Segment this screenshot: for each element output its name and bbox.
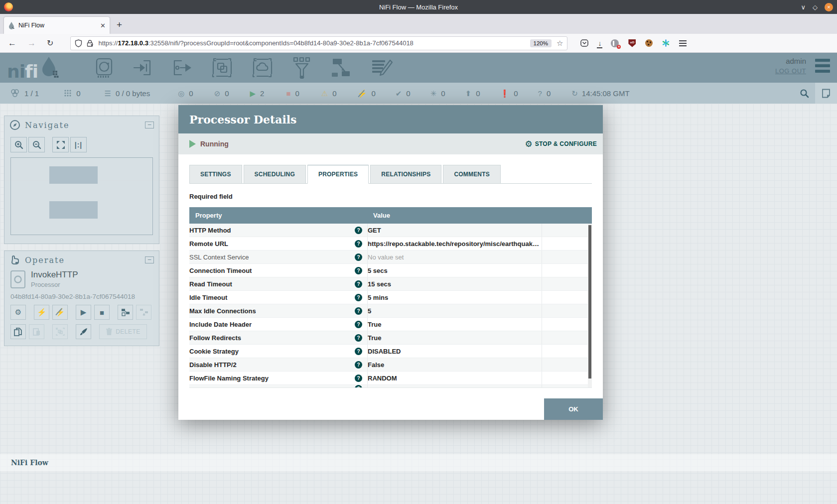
table-scrollbar[interactable]: [588, 224, 592, 387]
property-row[interactable]: HTTP Method?GET: [189, 224, 592, 237]
running-status-icon: [189, 140, 196, 148]
group-button[interactable]: [52, 324, 68, 339]
upload-template-button[interactable]: [136, 305, 151, 320]
process-group-component-icon[interactable]: [211, 57, 234, 79]
property-row[interactable]: SSL Context Service?No value set: [189, 251, 592, 264]
container-extension-icon[interactable]: [662, 39, 670, 47]
input-port-component-icon[interactable]: [132, 58, 153, 78]
property-name: Remote URL?: [189, 237, 367, 250]
new-tab-button[interactable]: +: [117, 19, 122, 30]
page-zoom-badge[interactable]: 120%: [530, 39, 552, 47]
property-row[interactable]: Cookie Strategy?DISABLED: [189, 345, 592, 358]
downloads-icon[interactable]: ↓: [598, 39, 601, 47]
configure-button[interactable]: ⚙: [10, 305, 26, 320]
running-icon: ▶: [250, 90, 256, 97]
property-value: https://repo.stackable.tech/repository/m…: [367, 237, 542, 250]
paste-button[interactable]: [29, 324, 44, 339]
bulletin-board-button[interactable]: [815, 83, 837, 104]
search-button[interactable]: [793, 83, 815, 104]
help-icon[interactable]: ?: [355, 227, 362, 234]
start-button[interactable]: ▶: [76, 305, 91, 320]
tab-properties[interactable]: PROPERTIES: [307, 165, 369, 184]
window-maximize-icon[interactable]: ◇: [813, 4, 818, 10]
zoom-out-button[interactable]: [28, 137, 45, 152]
ok-button[interactable]: OK: [544, 398, 603, 420]
back-icon[interactable]: ←: [8, 38, 16, 48]
property-row[interactable]: Remote URL?https://repo.stackable.tech/r…: [189, 237, 592, 251]
operate-collapse-button[interactable]: –: [145, 256, 154, 263]
property-row[interactable]: Follow Redirects?True: [189, 331, 592, 345]
property-row[interactable]: Read Timeout?15 secs: [189, 277, 592, 291]
reload-icon[interactable]: ↻: [47, 38, 53, 48]
table-scrollbar-thumb[interactable]: [588, 225, 591, 378]
fill-color-button[interactable]: [76, 324, 91, 339]
tab-settings[interactable]: SETTINGS: [189, 165, 242, 184]
browser-tab[interactable]: NiFi Flow ✕: [4, 17, 110, 34]
property-row[interactable]: Max Idle Connections?5: [189, 304, 592, 318]
bookmark-star-icon[interactable]: ☆: [557, 39, 563, 48]
threads-icon: [64, 89, 72, 97]
help-icon[interactable]: ?: [355, 361, 362, 369]
property-row[interactable]: Connection Timeout?5 secs: [189, 264, 592, 277]
birdseye-minimap[interactable]: [10, 157, 153, 235]
help-icon[interactable]: ?: [355, 294, 362, 301]
copy-button[interactable]: [10, 324, 26, 339]
invalid-status: ⚠ 0: [321, 89, 337, 98]
url-bar[interactable]: https://172.18.0.3:32558/nifi/?processGr…: [70, 36, 567, 50]
label-component-icon[interactable]: [370, 57, 393, 78]
help-icon[interactable]: ?: [355, 348, 362, 355]
help-icon[interactable]: ?: [355, 385, 362, 388]
navigate-collapse-button[interactable]: –: [145, 122, 154, 128]
breadcrumb[interactable]: NiFi Flow: [11, 459, 48, 467]
selected-component-id: 04b8fd14-80a9-30e2-8b1a-7cf067544018: [10, 293, 153, 300]
property-row[interactable]: Disable HTTP/2?False: [189, 358, 592, 372]
property-row[interactable]: ?: [189, 385, 592, 388]
zoom-fit-button[interactable]: [52, 137, 69, 152]
zoom-actual-button[interactable]: |:|: [70, 137, 87, 152]
refresh-icon[interactable]: ↻: [571, 90, 578, 97]
browser-menu-icon[interactable]: [679, 40, 687, 46]
help-icon[interactable]: ?: [355, 375, 362, 382]
property-row[interactable]: FlowFile Naming Strategy?RANDOM: [189, 372, 592, 385]
privacy-extension-icon[interactable]: [611, 39, 619, 47]
tab-comments[interactable]: COMMENTS: [443, 165, 501, 184]
help-icon[interactable]: ?: [355, 321, 362, 328]
tab-close-icon[interactable]: ✕: [100, 22, 106, 29]
stop-and-configure-button[interactable]: ⚙ STOP & CONFIGURE: [525, 140, 597, 148]
configure-gear-icon: ⚙: [525, 140, 532, 148]
help-icon[interactable]: ?: [355, 334, 362, 342]
window-close-icon[interactable]: ×: [825, 3, 833, 11]
processor-component-icon[interactable]: [94, 57, 115, 79]
funnel-component-icon[interactable]: [291, 56, 312, 80]
stop-button[interactable]: ■: [94, 305, 110, 320]
shield-icon[interactable]: [75, 39, 82, 47]
forward-icon[interactable]: →: [27, 38, 36, 48]
cookie-extension-icon[interactable]: [645, 39, 653, 47]
create-template-button[interactable]: [118, 305, 133, 320]
window-minimize-icon[interactable]: ∨: [801, 4, 806, 10]
stopped-icon: ■: [286, 90, 290, 97]
logout-link[interactable]: LOG OUT: [775, 67, 806, 75]
delete-button[interactable]: DELETE: [99, 324, 147, 339]
help-icon[interactable]: ?: [355, 267, 362, 274]
nifi-header: nifi admin: [0, 53, 837, 83]
output-port-component-icon[interactable]: [170, 58, 193, 78]
global-menu-icon[interactable]: [815, 59, 830, 73]
ublock-extension-icon[interactable]: [628, 39, 636, 47]
disable-button[interactable]: ⚡: [52, 305, 68, 320]
help-icon[interactable]: ?: [355, 307, 362, 315]
property-value: False: [367, 358, 542, 371]
tab-relationships[interactable]: RELATIONSHIPS: [370, 165, 441, 184]
lock-warning-icon[interactable]: [86, 39, 94, 47]
remote-process-group-component-icon[interactable]: [251, 57, 274, 79]
template-component-icon[interactable]: [330, 58, 353, 78]
help-icon[interactable]: ?: [355, 253, 362, 261]
pocket-icon[interactable]: [580, 39, 588, 47]
property-row[interactable]: Include Date Header?True: [189, 318, 592, 331]
help-icon[interactable]: ?: [355, 280, 362, 288]
help-icon[interactable]: ?: [355, 240, 362, 248]
enable-button[interactable]: ⚡: [34, 305, 49, 320]
zoom-in-button[interactable]: [10, 137, 27, 152]
property-row[interactable]: Idle Timeout?5 mins: [189, 291, 592, 304]
tab-scheduling[interactable]: SCHEDULING: [244, 165, 306, 184]
